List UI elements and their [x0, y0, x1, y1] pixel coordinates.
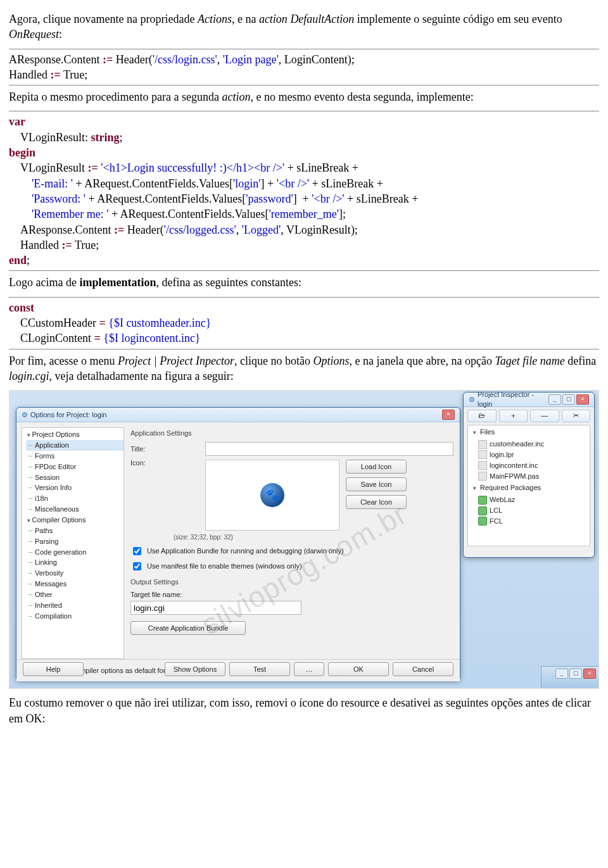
tree-forms[interactable]: Forms	[26, 451, 124, 462]
tree-inherited[interactable]: Inherited	[26, 600, 124, 611]
manifest-checkbox[interactable]	[133, 562, 141, 570]
text: implemente o seguinte código em seu even…	[354, 13, 562, 25]
pi-tree[interactable]: Files customheader.inc login.lpr loginco…	[467, 425, 590, 546]
code-str: 'remember_me'	[269, 208, 339, 220]
close-icon[interactable]: ×	[583, 669, 596, 679]
code-line: CCustomHeader = {$I customheader.inc}	[9, 315, 599, 330]
code-line: 'E-mail: ' + ARequest.ContentFields.Valu…	[9, 176, 599, 191]
text: , e na janela que abre, na opção	[350, 355, 495, 367]
maximize-icon[interactable]: ▢	[562, 394, 575, 405]
show-options-button[interactable]: Show Options	[165, 662, 225, 676]
pi-package[interactable]: FCL	[478, 516, 590, 527]
tree-fpdoc[interactable]: FPDoc Editor	[26, 462, 124, 472]
help-button[interactable]: Help	[23, 662, 84, 676]
code: + ARequest.ContentFields.Values[	[73, 177, 233, 190]
code-op: =	[99, 317, 105, 329]
code-line: VLoginResult := '<h1>Login successfully!…	[9, 160, 599, 175]
italic: action	[259, 13, 288, 25]
test-button[interactable]: Test	[229, 662, 290, 676]
tree-paths[interactable]: Paths	[26, 525, 124, 536]
code-kw: begin	[9, 146, 35, 159]
bundle-checkbox[interactable]	[133, 547, 141, 555]
tree-linking[interactable]: Linking	[26, 557, 124, 568]
pi-files-folder[interactable]: Files	[473, 427, 590, 437]
para-2: Repita o mesmo procedimento para a segun…	[9, 89, 599, 104]
tree-compilation[interactable]: Compilation	[26, 611, 124, 622]
text: , clique no botão	[234, 355, 313, 367]
code: Handled	[9, 68, 50, 81]
text: Logo acima de	[9, 276, 79, 289]
code-line: Handled := True;	[9, 67, 599, 82]
options-tree[interactable]: Project Options Application Forms FPDoc …	[22, 427, 124, 659]
target-file-input[interactable]	[130, 601, 301, 615]
pi-options-button[interactable]: ✂	[562, 410, 591, 422]
save-icon-button[interactable]: Save Icon	[346, 477, 407, 491]
clear-icon-button[interactable]: Clear Icon	[346, 495, 407, 509]
pi-packages-folder[interactable]: Required Packages	[473, 482, 590, 493]
tree-misc[interactable]: Miscellaneous	[26, 504, 124, 515]
pi-file[interactable]: login.lpr	[478, 450, 590, 460]
manifest-label: Use manifest file to enable themes (wind…	[147, 562, 302, 571]
code-line: var	[9, 114, 599, 129]
title-input[interactable]	[205, 442, 453, 456]
pi-package[interactable]: WebLaz	[478, 494, 590, 505]
italic: action	[222, 91, 250, 103]
code: AResponse.Content	[9, 53, 103, 66]
code: + sLineBreak +	[284, 161, 358, 174]
pi-title: Project Inspector - login	[478, 390, 548, 409]
options-titlebar[interactable]: ⚙ Options for Project: login ×	[16, 408, 460, 422]
code: Handled	[9, 239, 61, 251]
code-line: CLoginContent = {$I logincontent.inc}	[9, 330, 599, 346]
icon-preview	[205, 460, 339, 531]
maximize-icon[interactable]: ▢	[569, 669, 582, 679]
code-str: 'Logged'	[242, 223, 281, 236]
title-label: Title:	[130, 444, 200, 454]
para-1: Agora, clique novamente na propriedade A…	[9, 11, 599, 42]
code-op: =	[94, 332, 101, 344]
divider	[9, 270, 599, 271]
tree-other[interactable]: Other	[26, 589, 124, 600]
code-line: AResponse.Content := Header('/css/login.…	[9, 52, 599, 67]
minimize-icon[interactable]: _	[555, 669, 568, 679]
gear-icon: ⚙	[469, 395, 475, 405]
pi-file[interactable]: MainFPWM.pas	[478, 471, 590, 482]
italic: DefaultAction	[290, 13, 354, 25]
code: ] +	[261, 177, 277, 190]
code-str: 'E-mail: '	[32, 177, 73, 190]
cancel-button[interactable]: Cancel	[393, 662, 453, 676]
tree-parsing[interactable]: Parsing	[26, 536, 124, 547]
code: , VLoginResult);	[281, 223, 358, 236]
code-str: 'login'	[233, 177, 261, 190]
text: Agora, clique novamente na propriedade	[9, 13, 198, 25]
code: AResponse.Content	[9, 223, 114, 236]
create-bundle-button[interactable]: Create Application Bundle	[130, 621, 246, 635]
code: VLoginResult	[9, 161, 88, 174]
pi-remove-button[interactable]: —	[530, 410, 559, 422]
tree-messages[interactable]: Messages	[26, 579, 124, 589]
close-icon[interactable]: ×	[442, 410, 455, 420]
close-icon[interactable]: ×	[576, 394, 589, 405]
tree-session[interactable]: Session	[26, 472, 124, 483]
pi-open-button[interactable]: 🗁	[467, 410, 497, 422]
pi-file[interactable]: logincontent.inc	[478, 460, 590, 471]
tree-project-options[interactable]: Project Options	[26, 429, 124, 440]
tree-compiler-options[interactable]: Compiler Options	[26, 515, 124, 525]
screenshot-figure: ⚙ Options for Project: login × Project O…	[9, 390, 599, 689]
ok-button[interactable]: OK	[328, 662, 389, 676]
tree-application[interactable]: Application	[26, 440, 124, 451]
tree-version[interactable]: Version Info	[26, 482, 124, 493]
output-settings-heading: Output Settings	[130, 577, 453, 587]
load-icon-button[interactable]: Load Icon	[346, 460, 407, 474]
pi-file[interactable]: customheader.inc	[478, 439, 590, 450]
more-button[interactable]: …	[294, 662, 324, 676]
minimize-icon[interactable]: _	[548, 394, 561, 405]
code-directive: {$I logincontent.inc}	[103, 332, 200, 344]
code-line: begin	[9, 145, 599, 160]
pi-package[interactable]: LCL	[478, 505, 590, 516]
pi-titlebar[interactable]: ⚙ Project Inspector - login _ ▢ ×	[464, 393, 594, 407]
code: ;	[120, 131, 123, 144]
pi-add-button[interactable]: ＋	[499, 410, 528, 422]
tree-i18n[interactable]: i18n	[26, 493, 124, 504]
tree-codegen[interactable]: Code generation	[26, 547, 124, 558]
tree-verbosity[interactable]: Verbosity	[26, 568, 124, 579]
